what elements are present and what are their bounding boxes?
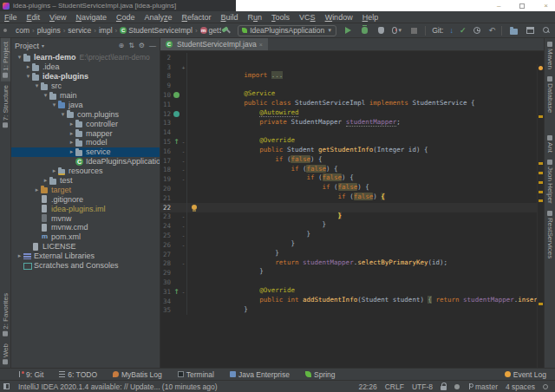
tree-row[interactable]: ▸ controller	[11, 119, 160, 128]
tree-expand-arrow[interactable]: ▸	[68, 148, 75, 155]
breadcrumb-item[interactable]: › C StudentServiceImpl	[113, 26, 193, 35]
lock-icon[interactable]	[441, 386, 447, 390]
fold-marker[interactable]: -	[180, 166, 187, 175]
tool-window-button[interactable]: Json Helper	[545, 156, 555, 207]
tree-row[interactable]: ▸ External Libraries	[11, 252, 160, 261]
breadcrumb-item[interactable]: › impl	[91, 26, 112, 35]
gutter-icon[interactable]	[173, 138, 180, 146]
fold-marker[interactable]	[180, 268, 187, 278]
intention-bulb-icon[interactable]	[192, 205, 197, 210]
coverage-button[interactable]	[375, 25, 386, 36]
encoding-widget[interactable]: UTF-8	[412, 382, 433, 391]
tool-window-button[interactable]: Maven	[545, 38, 555, 73]
fold-marker[interactable]: -	[180, 287, 187, 297]
inspection-profile-icon[interactable]	[454, 384, 460, 389]
fold-marker[interactable]	[180, 250, 187, 259]
tool-window-button[interactable]: 1: Project	[1, 38, 10, 82]
menu-item[interactable]: File	[4, 13, 17, 22]
tree-row[interactable]: LICENSE	[11, 242, 160, 252]
fold-marker[interactable]	[180, 306, 187, 316]
gutter-icon[interactable]	[173, 269, 180, 277]
menu-item[interactable]: Navigate	[75, 13, 107, 22]
tree-expand-arrow[interactable]: ▾	[16, 54, 23, 61]
tree-row[interactable]: ▸ target	[11, 185, 160, 194]
breadcrumb-item[interactable]: com	[10, 26, 29, 35]
expand-collapse-icon[interactable]: ⇅	[128, 42, 134, 49]
tool-window-button[interactable]: Database	[545, 73, 555, 116]
fold-marker[interactable]	[180, 127, 187, 137]
tree-row[interactable]: ▸ test	[11, 176, 160, 186]
status-message[interactable]: IntelliJ IDEA 2020.1.4 available: // Upd…	[18, 382, 218, 391]
gutter-icon[interactable]	[173, 147, 180, 155]
vcs-history-button[interactable]	[472, 25, 482, 36]
gutter-icon[interactable]	[173, 241, 180, 249]
fold-marker[interactable]	[180, 119, 187, 128]
tree-expand-arrow[interactable]: ▾	[42, 92, 49, 99]
fold-marker[interactable]: -	[180, 174, 187, 184]
tool-window-button[interactable]: MyBatis Log	[113, 370, 162, 379]
tree-row[interactable]: m pom.xml	[11, 232, 160, 242]
gutter-icon[interactable]	[173, 251, 180, 258]
fold-marker[interactable]	[180, 184, 187, 193]
tree-row[interactable]: Scratches and Consoles	[11, 261, 160, 271]
fold-marker[interactable]: -	[180, 137, 187, 147]
project-structure-icon[interactable]	[508, 25, 519, 36]
tree-expand-arrow[interactable]: ▾	[24, 73, 32, 80]
fold-marker[interactable]	[180, 278, 187, 287]
indent-widget[interactable]: 4 spaces	[506, 382, 535, 391]
fold-marker[interactable]: -	[180, 212, 187, 222]
tree-expand-arrow[interactable]: ▾	[59, 111, 67, 118]
tool-window-button[interactable]: 7: Structure	[1, 82, 10, 131]
close-tab-icon[interactable]: ×	[259, 42, 263, 48]
gutter-icon[interactable]	[173, 175, 180, 183]
fold-marker[interactable]	[180, 100, 187, 109]
status-gear-icon[interactable]	[543, 384, 548, 389]
fold-marker[interactable]	[180, 90, 187, 100]
gutter-icon[interactable]	[173, 185, 180, 193]
gutter-icon[interactable]	[173, 232, 180, 239]
tree-row[interactable]: ▾ java	[11, 100, 160, 109]
editor-scrollbar[interactable]	[537, 64, 544, 368]
fold-marker[interactable]: -	[180, 240, 187, 250]
gutter-icon[interactable]	[173, 101, 180, 108]
fold-marker[interactable]	[180, 297, 187, 306]
fold-marker[interactable]: -	[180, 259, 187, 269]
hide-panel-icon[interactable]: —	[149, 42, 156, 49]
tool-window-button[interactable]: 2: Favorites	[1, 290, 10, 340]
tool-window-button[interactable]: Spring	[305, 370, 336, 379]
tree-expand-arrow[interactable]: ▸	[24, 63, 32, 70]
fold-marker[interactable]: +	[180, 62, 187, 72]
tree-row[interactable]: C IdeaPluginsApplication	[11, 157, 160, 167]
editor-body[interactable]: 2 3 +	[160, 51, 544, 368]
menu-item[interactable]: Refactor	[182, 13, 212, 22]
tree-expand-arrow[interactable]: ▸	[68, 121, 75, 127]
tool-window-button[interactable]: RestServices	[545, 207, 555, 262]
fold-marker[interactable]: -	[180, 156, 187, 166]
tree-expand-arrow[interactable]: ▾	[33, 82, 41, 89]
fold-marker[interactable]	[180, 109, 187, 119]
inspections-indicator-icon[interactable]	[539, 66, 543, 70]
fold-marker[interactable]: -	[180, 221, 187, 231]
gutter-icon[interactable]	[173, 222, 180, 230]
fold-marker[interactable]	[180, 203, 187, 212]
fold-marker[interactable]	[180, 81, 187, 90]
vcs-update-button[interactable]: ↓	[449, 26, 454, 35]
tree-expand-arrow[interactable]: ▸	[68, 139, 75, 146]
tree-row[interactable]: ▸ .idea	[11, 62, 160, 72]
locate-icon[interactable]: ⊕	[118, 42, 124, 49]
tree-row[interactable]: ▾ com.plugins	[11, 109, 160, 119]
tree-row[interactable]: ▸ resources	[11, 167, 160, 176]
git-branch-widget[interactable]: master	[467, 382, 498, 391]
gutter-icon[interactable]	[173, 63, 180, 71]
build-hammer-icon[interactable]	[221, 25, 232, 36]
menu-item[interactable]: Help	[362, 13, 379, 22]
tree-row[interactable]: mvnw	[11, 213, 160, 223]
menu-item[interactable]: Window	[325, 13, 353, 22]
gutter-icon[interactable]	[173, 212, 180, 220]
project-panel-title[interactable]: Project	[15, 42, 39, 50]
tree-row[interactable]: .gitignore	[11, 194, 160, 204]
tree-row[interactable]: ▾ src	[11, 82, 160, 91]
chevron-down-icon[interactable]: ▾	[42, 42, 44, 49]
debug-button[interactable]	[359, 25, 369, 36]
menu-item[interactable]: Edit	[27, 13, 41, 22]
